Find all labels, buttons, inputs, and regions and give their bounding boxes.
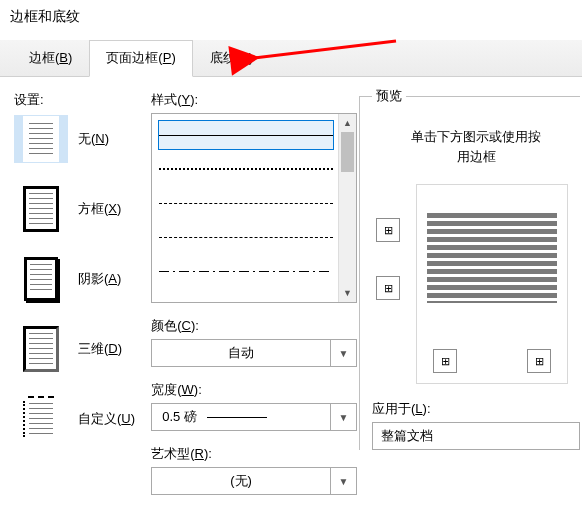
setting-box-icon: [14, 185, 68, 233]
chevron-down-icon[interactable]: ▼: [330, 468, 356, 494]
border-left-toggle[interactable]: ⊞: [433, 349, 457, 373]
setting-none-icon: [14, 115, 68, 163]
setting-3d-label: 三维(D): [78, 340, 122, 358]
preview-legend: 预览: [372, 87, 406, 105]
width-sample-line: [207, 417, 267, 418]
apply-select[interactable]: 整篇文档: [372, 422, 580, 450]
scroll-thumb[interactable]: [341, 132, 354, 172]
color-value: 自动: [152, 344, 330, 362]
style-option-dashdot[interactable]: [158, 256, 334, 286]
dialog-title: 边框和底纹: [0, 0, 582, 40]
color-label: 颜色(C):: [151, 317, 357, 335]
art-select[interactable]: (无) ▼: [151, 467, 357, 495]
preview-page[interactable]: ⊞ ⊞: [416, 184, 568, 384]
width-value: 0.5 磅: [152, 408, 330, 426]
setting-shadow-icon: [14, 255, 68, 303]
border-right-toggle[interactable]: ⊞: [527, 349, 551, 373]
preview-hint: 单击下方图示或使用按 用边框: [372, 127, 580, 166]
apply-label: 应用于(L):: [372, 400, 580, 418]
setting-custom[interactable]: 自定义(U): [14, 395, 151, 443]
setting-custom-label: 自定义(U): [78, 410, 135, 428]
setting-3d-icon: [14, 325, 68, 373]
style-label: 样式(Y):: [151, 91, 357, 109]
style-option-dotted[interactable]: [158, 154, 334, 184]
width-select[interactable]: 0.5 磅 ▼: [151, 403, 357, 431]
apply-value: 整篇文档: [373, 427, 579, 445]
style-option-solid[interactable]: [158, 120, 334, 150]
setting-3d[interactable]: 三维(D): [14, 325, 151, 373]
tab-bar: 边框(B) 页面边框(P) 底纹(S): [0, 40, 582, 77]
border-bottom-toggle[interactable]: ⊞: [376, 276, 400, 300]
setting-shadow[interactable]: 阴影(A): [14, 255, 151, 303]
settings-label: 设置:: [14, 91, 151, 109]
width-label: 宽度(W):: [151, 381, 357, 399]
setting-box-label: 方框(X): [78, 200, 121, 218]
style-option-dashed-fine[interactable]: [158, 188, 334, 218]
tab-border[interactable]: 边框(B): [12, 40, 89, 76]
chevron-down-icon[interactable]: ▼: [330, 340, 356, 366]
chevron-down-icon[interactable]: ▼: [330, 404, 356, 430]
setting-box[interactable]: 方框(X): [14, 185, 151, 233]
scroll-down-icon[interactable]: ▼: [339, 284, 356, 302]
preview-paragraph: [427, 213, 557, 303]
tab-shading[interactable]: 底纹(S): [193, 40, 270, 76]
style-option-dashed[interactable]: [158, 222, 334, 252]
style-scrollbar[interactable]: ▲ ▼: [338, 114, 356, 302]
art-label: 艺术型(R):: [151, 445, 357, 463]
preview-group: 预览 单击下方图示或使用按 用边框 ⊞ ⊞ ⊞ ⊞ 应用于(L):: [359, 87, 580, 450]
setting-custom-icon: [14, 395, 68, 443]
style-list[interactable]: ▲ ▼: [151, 113, 357, 303]
color-select[interactable]: 自动 ▼: [151, 339, 357, 367]
art-value: (无): [152, 472, 330, 490]
setting-shadow-label: 阴影(A): [78, 270, 121, 288]
tab-page-border[interactable]: 页面边框(P): [89, 40, 192, 77]
setting-none-label: 无(N): [78, 130, 109, 148]
setting-none[interactable]: 无(N): [14, 115, 151, 163]
border-top-toggle[interactable]: ⊞: [376, 218, 400, 242]
scroll-up-icon[interactable]: ▲: [339, 114, 356, 132]
